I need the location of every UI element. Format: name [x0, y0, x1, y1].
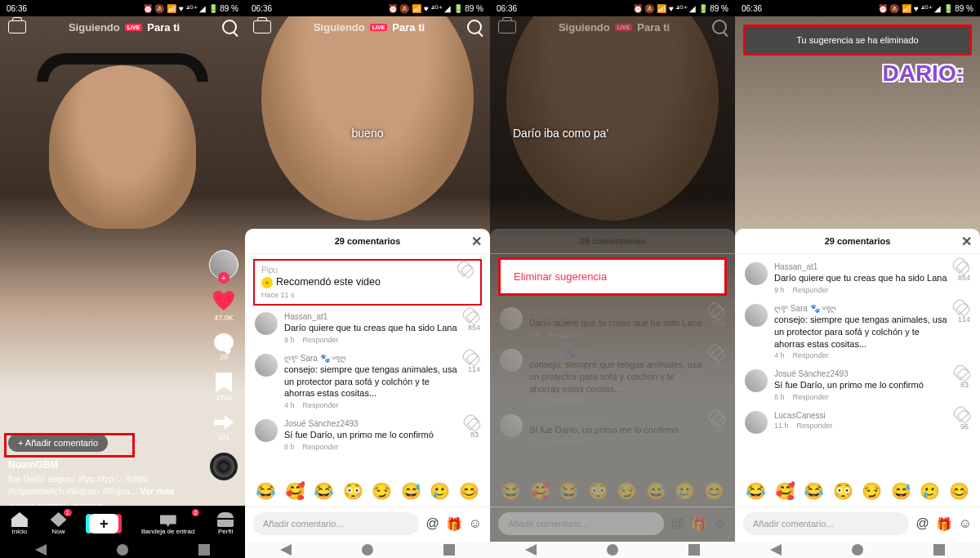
- comment-user[interactable]: Hassan_at1: [529, 307, 706, 316]
- video-description[interactable]: fue Darío seguro #fyp #fypシ #clips #clip…: [8, 473, 188, 498]
- comment-item[interactable]: Hassan_at1 Darío quiere que tu creas que…: [245, 307, 490, 349]
- reply-button[interactable]: Responder: [303, 443, 339, 451]
- comments-list[interactable]: Hassan_at1 Darío quiere que tu creas que…: [735, 254, 980, 475]
- gift-icon[interactable]: 🎁: [446, 516, 462, 532]
- emoji-button[interactable]: 🥰: [775, 481, 795, 501]
- emoji-button[interactable]: 😅: [401, 481, 421, 501]
- comment-item[interactable]: ღೄᵇ Sara 🐾 ༄ೄღ consejo: siempre que teng…: [245, 349, 490, 415]
- comment-avatar[interactable]: [500, 414, 523, 437]
- author-name[interactable]: NoamGBM: [8, 459, 188, 471]
- comment-input[interactable]: Añadir comentario...: [743, 512, 909, 535]
- emoji-button[interactable]: 😂: [746, 481, 766, 501]
- share-button[interactable]: 101: [214, 413, 234, 441]
- comment-user[interactable]: Josué Sánchez2493: [529, 414, 707, 423]
- live-icon[interactable]: [253, 20, 271, 33]
- emoji-button[interactable]: 🥲: [430, 481, 450, 501]
- gift-icon[interactable]: 🎁: [936, 516, 952, 532]
- reply-button[interactable]: Responder: [793, 351, 829, 359]
- close-icon[interactable]: ✕: [471, 234, 482, 249]
- follow-plus-icon[interactable]: +: [218, 272, 229, 283]
- reply-button[interactable]: Responder: [548, 331, 584, 339]
- comment-avatar[interactable]: [745, 411, 768, 434]
- delete-suggestion-button[interactable]: Eliminar sugerencia: [498, 257, 727, 296]
- emoji-icon[interactable]: ☺: [959, 516, 972, 531]
- emoji-button[interactable]: 😂: [501, 481, 521, 501]
- comment-item[interactable]: Josué Sánchez2493 Sí fue Darío, un primo…: [735, 364, 980, 406]
- comment-like[interactable]: 854: [468, 312, 480, 344]
- emoji-button[interactable]: 😅: [646, 481, 666, 501]
- comment-avatar[interactable]: [745, 262, 768, 285]
- reply-button[interactable]: Responder: [548, 438, 584, 446]
- comment-item[interactable]: Hassan_at1 Darío quiere que tu creas que…: [490, 302, 735, 344]
- comment-user[interactable]: Josué Sánchez2493: [774, 369, 952, 378]
- reply-button[interactable]: Responder: [797, 422, 833, 430]
- sys-back-icon[interactable]: [35, 544, 47, 556]
- comments-button[interactable]: 29: [214, 333, 234, 361]
- emoji-button[interactable]: 🥲: [675, 481, 695, 501]
- search-icon[interactable]: [467, 20, 482, 34]
- sys-recent-icon[interactable]: [443, 544, 455, 556]
- comment-item[interactable]: Josué Sánchez2493 Sí fue Darío, un primo…: [490, 409, 735, 451]
- comment-user[interactable]: ღೄᵇ Sara 🐾 ༄ೄღ: [774, 304, 951, 313]
- reply-button[interactable]: Responder: [548, 396, 584, 404]
- sys-home-icon[interactable]: [117, 544, 128, 556]
- comment-user[interactable]: ღೄᵇ Sara 🐾 ༄ೄღ: [529, 349, 706, 358]
- emoji-icon[interactable]: ☺: [469, 516, 482, 531]
- comment-like[interactable]: 114: [468, 354, 480, 410]
- comment-avatar[interactable]: [255, 419, 278, 442]
- emoji-button[interactable]: 😂: [804, 481, 824, 501]
- emoji-button[interactable]: 🥰: [530, 481, 550, 501]
- sys-home-icon[interactable]: [362, 544, 373, 556]
- comment-input[interactable]: Añadir comentario...: [253, 512, 419, 535]
- comment-user[interactable]: Josué Sánchez2493: [284, 419, 462, 428]
- comment-user[interactable]: Hassan_at1: [284, 312, 461, 321]
- comment-user[interactable]: ღೄᵇ Sara 🐾 ༄ೄღ: [284, 354, 461, 363]
- nav-profile[interactable]: Perfil: [217, 512, 234, 535]
- suggestion-item[interactable]: Pipu ●Recomendó este video Hace 11 s: [253, 259, 482, 306]
- emoji-row[interactable]: 😂🥰😂😳😏😅🥲😊: [245, 475, 490, 507]
- sound-disc[interactable]: [210, 453, 238, 480]
- emoji-button[interactable]: 😊: [949, 481, 969, 501]
- emoji-button[interactable]: 😅: [891, 481, 911, 501]
- live-icon[interactable]: [8, 20, 26, 33]
- comment-item[interactable]: Josué Sánchez2493 Sí fue Darío, un primo…: [245, 414, 490, 456]
- comment-like[interactable]: 96: [959, 411, 970, 434]
- sys-back-icon[interactable]: [280, 544, 292, 556]
- tab-for-you[interactable]: Para ti: [147, 21, 180, 33]
- emoji-button[interactable]: 😳: [833, 481, 853, 501]
- comment-like[interactable]: 83: [469, 419, 480, 451]
- reply-button[interactable]: Responder: [303, 336, 339, 344]
- nav-create[interactable]: +: [89, 514, 118, 533]
- comment-item[interactable]: ღೄᵇ Sara 🐾 ༄ೄღ consejo: siempre que teng…: [735, 299, 980, 365]
- comment-avatar[interactable]: [745, 304, 768, 327]
- emoji-button[interactable]: 😳: [343, 481, 363, 501]
- nav-home[interactable]: Inicio: [11, 512, 28, 535]
- reply-button[interactable]: Responder: [793, 286, 829, 294]
- emoji-button[interactable]: 😂: [256, 481, 276, 501]
- emoji-button[interactable]: 😂: [314, 481, 334, 501]
- comment-like[interactable]: 854: [713, 307, 725, 339]
- emoji-button[interactable]: 🥲: [920, 481, 940, 501]
- comment-item[interactable]: LucasCanessi 11 hResponder 96: [735, 406, 980, 439]
- emoji-button[interactable]: 😊: [459, 481, 479, 501]
- emoji-button[interactable]: 😏: [862, 481, 882, 501]
- comment-avatar[interactable]: [500, 307, 523, 330]
- comments-list[interactable]: Pipu ●Recomendó este video Hace 11 s Has…: [245, 254, 490, 475]
- emoji-button[interactable]: 😏: [372, 481, 392, 501]
- mention-icon[interactable]: @: [425, 516, 439, 531]
- emoji-button[interactable]: 😂: [559, 481, 579, 501]
- comment-like[interactable]: [462, 266, 474, 299]
- comment-like[interactable]: 83: [959, 369, 970, 401]
- nav-inbox[interactable]: Bandeja de entrad2: [141, 512, 194, 535]
- reply-button[interactable]: Responder: [793, 393, 829, 401]
- emoji-button[interactable]: 😳: [588, 481, 608, 501]
- reply-button[interactable]: Responder: [303, 401, 339, 409]
- nav-now[interactable]: Now1: [51, 512, 67, 535]
- save-button[interactable]: 1760: [216, 373, 232, 402]
- emoji-button[interactable]: 😏: [617, 481, 637, 501]
- comment-user[interactable]: Hassan_at1: [774, 262, 951, 271]
- sys-recent-icon[interactable]: [198, 544, 210, 556]
- comment-user[interactable]: LucasCanessi: [774, 411, 952, 420]
- comment-avatar[interactable]: [255, 354, 278, 377]
- comment-like[interactable]: 854: [958, 262, 970, 294]
